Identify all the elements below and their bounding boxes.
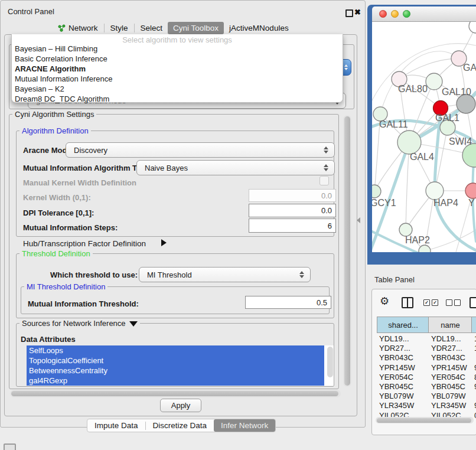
apply-button[interactable]: Apply xyxy=(160,399,201,412)
close-traffic-light-icon[interactable] xyxy=(379,10,387,18)
table-panel-title: Table Panel xyxy=(374,275,415,284)
dropdown-item[interactable]: Basic Correlation Inference xyxy=(15,54,107,64)
mi-threshold-value: 0.5 xyxy=(317,298,327,307)
dropdown-item[interactable]: Mutual Information Inference xyxy=(15,74,112,84)
tab-select-label: Select xyxy=(141,24,163,32)
node-label: HAP4 xyxy=(433,198,458,208)
manual-kernel-width-checkbox[interactable] xyxy=(319,176,329,185)
tab-discretize-data[interactable]: Discretize Data xyxy=(146,420,214,431)
expand-arrow-icon[interactable] xyxy=(161,239,167,246)
column-header-shared-name[interactable]: shared... xyxy=(377,317,429,333)
kernel-width-value: 0.0 xyxy=(321,191,332,200)
settings-horizontal-scrollbar[interactable] xyxy=(10,390,341,397)
panel-divider-grip[interactable] xyxy=(357,217,360,223)
gear-icon[interactable]: ⚙ xyxy=(380,296,389,306)
node-label: GAL4 xyxy=(410,152,434,162)
close-icon[interactable]: ✖ xyxy=(354,8,361,17)
network-node-hap2[interactable] xyxy=(399,223,412,236)
table-row[interactable]: YBR045C YBR045C 9. xyxy=(372,382,476,392)
node-label: GAL10 xyxy=(442,87,471,97)
network-node[interactable] xyxy=(462,144,476,167)
table-row[interactable]: YDL19... YDL19... 13 xyxy=(372,334,476,344)
split-columns-icon[interactable] xyxy=(402,297,413,308)
column-header-name[interactable]: name xyxy=(428,317,472,333)
aracne-mode-combo[interactable]: Discovery xyxy=(66,142,335,158)
sources-group-title: Sources for Network Inference xyxy=(22,319,126,328)
cell-name: YDR27... xyxy=(431,344,462,353)
spinner-icon xyxy=(299,271,304,278)
dropdown-item-selected[interactable]: ARACNE Algorithm xyxy=(15,64,86,74)
tab-network[interactable]: Network xyxy=(53,22,103,34)
algorithm-dropdown-placeholder: Select algorithm to view settings xyxy=(12,35,343,44)
list-item[interactable]: TopologicalCoefficient xyxy=(27,356,324,366)
deselect-all-columns-icon[interactable] xyxy=(446,299,461,306)
tab-select[interactable]: Select xyxy=(135,22,168,34)
cell-shared-name: YDR27... xyxy=(379,344,410,353)
list-scrollbar[interactable] xyxy=(327,347,333,377)
cell-shared-name: YLR345W xyxy=(379,401,414,410)
dropdown-item[interactable]: Bayesian – K2 xyxy=(15,84,64,94)
list-item[interactable]: BetweennessCentrality xyxy=(27,366,324,376)
table-row[interactable]: YPR145W YPR145W 9. xyxy=(372,363,476,373)
network-canvas[interactable]: GAL GAL80 GAL10 GAL1 GAL11 SWI4 GAL4 GCY… xyxy=(372,22,476,252)
data-attributes-list: SelfLoops TopologicalCoefficient Between… xyxy=(27,345,334,386)
node-label: HAP2 xyxy=(405,235,430,246)
screen: Control Panel ✖ Network Sty xyxy=(0,0,476,450)
table-row[interactable]: YBL079W YBL079W xyxy=(372,392,476,401)
control-panel-tabbar: Network Style Select Cyni Toolbox jActiv… xyxy=(53,22,294,34)
network-window-titlebar[interactable] xyxy=(372,6,476,22)
cell-name: YBR043C xyxy=(431,353,465,362)
collapsed-panel-icon[interactable] xyxy=(4,444,16,450)
collapse-arrow-icon[interactable] xyxy=(129,321,138,327)
column-header-label: shared... xyxy=(388,321,418,330)
tab-impute-data[interactable]: Impute Data xyxy=(87,420,145,431)
tab-style[interactable]: Style xyxy=(105,22,133,34)
minimize-traffic-light-icon[interactable] xyxy=(391,10,399,18)
tab-impute-data-label: Impute Data xyxy=(94,421,138,430)
mi-algorithm-type-value: Naive Bayes xyxy=(145,164,188,172)
tab-infer-network[interactable]: Infer Network xyxy=(214,419,275,432)
cyni-algorithm-settings-title: Cyni Algorithm Settings xyxy=(12,110,96,119)
tab-jactivemnodules[interactable]: jActiveMNodules xyxy=(224,22,294,34)
zoom-traffic-light-icon[interactable] xyxy=(403,10,410,18)
network-node[interactable] xyxy=(465,183,476,198)
node-label: GCY1 xyxy=(372,198,396,208)
mi-threshold-field[interactable]: 0.5 xyxy=(245,296,331,309)
table-row[interactable]: YER054C YER054C 8. xyxy=(372,373,476,382)
kernel-width-label: Kernel Width (0,1): xyxy=(23,193,91,202)
settings-vertical-scrollbar[interactable] xyxy=(343,115,351,387)
float-window-icon[interactable] xyxy=(345,9,353,17)
cell-name: YER054C xyxy=(431,373,465,381)
dropdown-item[interactable]: Bayesian – Hill Climbing xyxy=(15,44,97,54)
new-column-icon[interactable] xyxy=(470,297,476,308)
network-node-gcy1[interactable] xyxy=(372,185,381,198)
node-label: GAL1 xyxy=(435,113,459,123)
table-row[interactable]: YDR27... YDR27... 12 xyxy=(372,344,476,353)
mi-threshold-label: Mutual Information Threshold: xyxy=(28,299,139,308)
dpi-tolerance-field[interactable]: 0.0 xyxy=(249,204,336,217)
select-all-columns-icon[interactable]: ✓✓ xyxy=(423,299,438,306)
list-item[interactable]: gal4RGexp xyxy=(27,376,324,386)
tab-separator xyxy=(104,24,105,32)
list-item[interactable]: SelfLoops xyxy=(27,345,324,356)
network-node-hap4[interactable] xyxy=(426,182,444,200)
which-threshold-combo[interactable]: MI Threshold xyxy=(139,267,311,282)
tab-cyni-toolbox[interactable]: Cyni Toolbox xyxy=(168,22,224,34)
dropdown-item[interactable]: Dream8 DC_TDC Algorithm xyxy=(15,94,109,104)
sources-group-title-row: Sources for Network Inference xyxy=(19,319,140,328)
algorithm-dropdown-popup: Select algorithm to view settings Bayesi… xyxy=(11,34,343,103)
column-header-clipped[interactable]: A xyxy=(471,317,476,333)
kernel-width-field[interactable]: 0.0 xyxy=(249,189,336,202)
network-node-gal4[interactable] xyxy=(397,131,421,154)
network-node[interactable] xyxy=(469,22,476,33)
cell-shared-name: YDL19... xyxy=(379,334,409,343)
threshold-definition-title: Threshold Definition xyxy=(19,250,93,258)
table-row[interactable]: YBR043C YBR043C xyxy=(372,353,476,363)
mi-algorithm-type-combo[interactable]: Naive Bayes xyxy=(136,160,335,175)
table-row[interactable]: YLR345W YLR345W 9. xyxy=(372,401,476,410)
mi-steps-field[interactable]: 6 xyxy=(249,219,336,233)
data-attributes-label: Data Attributes xyxy=(21,335,76,344)
network-node-gal10[interactable] xyxy=(426,73,442,90)
table-horizontal-scrollbar[interactable] xyxy=(376,417,474,423)
cell-shared-name: YBL079W xyxy=(379,392,414,400)
